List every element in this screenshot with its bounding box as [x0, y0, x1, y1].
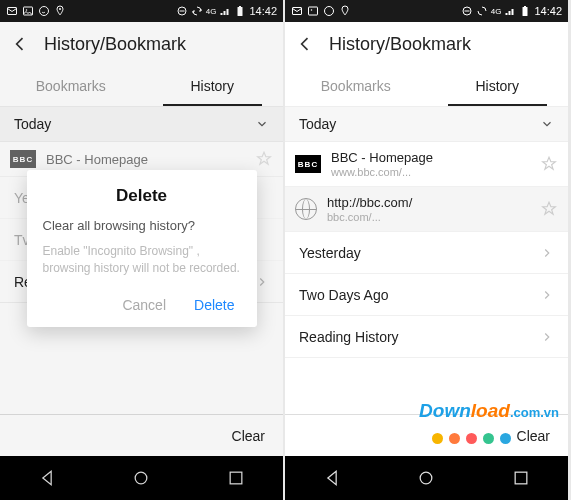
favicon-bbc-icon: BBC [10, 150, 36, 168]
phone-left: 4G 14:42 History/Bookmark Bookmarks Hist… [0, 0, 283, 500]
chevron-down-icon [255, 117, 269, 131]
svg-rect-17 [523, 7, 528, 16]
svg-rect-10 [230, 472, 242, 484]
svg-point-9 [136, 472, 148, 484]
image-icon [22, 5, 34, 17]
dnd-icon [461, 5, 473, 17]
battery-icon [519, 5, 531, 17]
dialog-message: Clear all browsing history? [43, 218, 241, 233]
section-today[interactable]: Today [0, 106, 283, 142]
header: History/Bookmark [0, 22, 283, 66]
sync-icon [476, 5, 488, 17]
row-label: Yesterday [299, 245, 361, 261]
svg-rect-12 [309, 7, 318, 15]
nav-home-icon[interactable] [131, 468, 151, 488]
tab-bookmarks[interactable]: Bookmarks [285, 66, 427, 106]
nav-recent-icon[interactable] [226, 468, 246, 488]
entry-title: http://bbc.com/ [327, 195, 530, 210]
tabs: Bookmarks History [0, 66, 283, 106]
clock: 14:42 [249, 5, 277, 17]
back-icon[interactable] [10, 34, 30, 54]
entry-title: BBC - Homepage [46, 152, 245, 167]
chevron-down-icon [540, 117, 554, 131]
tab-history[interactable]: History [427, 66, 569, 106]
tab-bookmarks[interactable]: Bookmarks [0, 66, 142, 106]
status-bar: 4G 14:42 [285, 0, 568, 22]
svg-point-14 [325, 7, 334, 16]
star-icon[interactable] [540, 200, 558, 218]
svg-point-4 [59, 8, 61, 10]
clock: 14:42 [534, 5, 562, 17]
signal-icon [219, 5, 231, 17]
mail-icon [291, 5, 303, 17]
nav-home-icon[interactable] [416, 468, 436, 488]
globe-icon [295, 198, 317, 220]
page-title: History/Bookmark [329, 34, 471, 55]
dialog-hint: Enable "Incognito Browsing" , browsing h… [43, 243, 241, 277]
location-icon [54, 5, 66, 17]
section-today[interactable]: Today [285, 106, 568, 142]
row-yesterday[interactable]: Yesterday [285, 232, 568, 274]
whatsapp-icon [38, 5, 50, 17]
network-label: 4G [206, 7, 217, 16]
bottom-bar: Clear [0, 414, 283, 456]
network-label: 4G [491, 7, 502, 16]
entry-url: bbc.com/... [327, 211, 530, 223]
svg-point-13 [311, 9, 313, 11]
page-title: History/Bookmark [44, 34, 186, 55]
svg-rect-8 [239, 6, 241, 7]
whatsapp-icon [323, 5, 335, 17]
favicon-bbc-icon: BBC [295, 155, 321, 173]
dnd-icon [176, 5, 188, 17]
chevron-right-icon [255, 275, 269, 289]
row-label: Reading History [299, 329, 399, 345]
svg-rect-7 [238, 7, 243, 16]
bottom-bar: Clear [285, 414, 568, 456]
clear-button[interactable]: Clear [517, 428, 550, 444]
signal-icon [504, 5, 516, 17]
cancel-button[interactable]: Cancel [120, 291, 168, 319]
history-entry[interactable]: http://bbc.com/ bbc.com/... [285, 187, 568, 232]
nav-back-icon[interactable] [37, 468, 57, 488]
svg-point-3 [40, 7, 49, 16]
history-entry[interactable]: BBC BBC - Homepage www.bbc.com/... [285, 142, 568, 187]
nav-recent-icon[interactable] [511, 468, 531, 488]
dialog-title: Delete [43, 186, 241, 206]
row-reading-history[interactable]: Reading History [285, 316, 568, 358]
battery-icon [234, 5, 246, 17]
image-icon [307, 5, 319, 17]
back-icon[interactable] [295, 34, 315, 54]
android-nav [0, 456, 283, 500]
delete-dialog: Delete Clear all browsing history? Enabl… [27, 170, 257, 327]
star-icon[interactable] [255, 150, 273, 168]
tab-history[interactable]: History [142, 66, 284, 106]
chevron-right-icon [540, 288, 554, 302]
svg-point-2 [26, 9, 28, 11]
nav-back-icon[interactable] [322, 468, 342, 488]
status-bar: 4G 14:42 [0, 0, 283, 22]
android-nav [285, 456, 568, 500]
section-label: Today [299, 116, 336, 132]
sync-icon [191, 5, 203, 17]
row-two-days-ago[interactable]: Two Days Ago [285, 274, 568, 316]
chevron-right-icon [540, 246, 554, 260]
svg-point-19 [421, 472, 433, 484]
mail-icon [6, 5, 18, 17]
star-icon[interactable] [540, 155, 558, 173]
header: History/Bookmark [285, 22, 568, 66]
entry-title: BBC - Homepage [331, 150, 530, 165]
location-icon [339, 5, 351, 17]
clear-button[interactable]: Clear [232, 428, 265, 444]
chevron-right-icon [540, 330, 554, 344]
row-label: Two Days Ago [299, 287, 389, 303]
section-label: Today [14, 116, 51, 132]
entry-url: www.bbc.com/... [331, 166, 530, 178]
delete-button[interactable]: Delete [192, 291, 236, 319]
phone-right: 4G 14:42 History/Bookmark Bookmarks Hist… [285, 0, 568, 500]
tabs: Bookmarks History [285, 66, 568, 106]
svg-rect-18 [524, 6, 526, 7]
svg-rect-20 [515, 472, 527, 484]
